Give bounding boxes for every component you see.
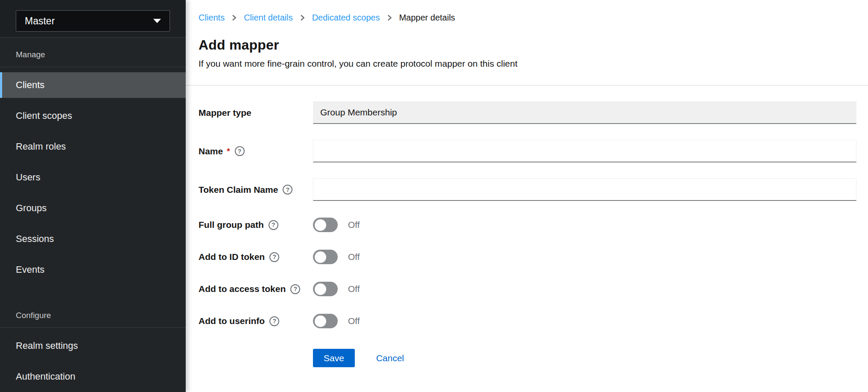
form-row-add-to-access-token: Add to access token ? Off (199, 281, 856, 297)
add-to-id-token-toggle-cell: Off (313, 250, 856, 264)
toggle-knob (315, 283, 326, 295)
name-input[interactable] (313, 140, 856, 162)
form-actions: Save Cancel (313, 349, 856, 375)
sidebar-link-groups[interactable]: Groups (0, 195, 186, 221)
sidebar-link-events[interactable]: Events (0, 257, 186, 283)
breadcrumb-link-client-details[interactable]: Client details (244, 12, 293, 23)
help-icon[interactable]: ? (269, 252, 279, 262)
full-group-path-toggle[interactable] (313, 218, 338, 232)
add-to-access-token-toggle-cell: Off (313, 282, 856, 296)
nav-section-title-configure: Configure (0, 304, 186, 328)
required-indicator: * (227, 147, 230, 156)
main-content: Clients Client details Dedicated scopes … (186, 0, 868, 392)
mapper-type-label: Mapper type (199, 108, 251, 118)
sidebar-item-clients: Clients (0, 70, 186, 100)
form-row-token-claim-name: Token Claim Name ? (199, 178, 856, 201)
form-row-mapper-type: Mapper type (199, 101, 856, 124)
sidebar-item-client-scopes: Client scopes (0, 100, 186, 131)
realm-selector-toggle[interactable]: Master (16, 10, 170, 32)
form-row-full-group-path: Full group path ? Off (199, 217, 856, 233)
full-group-path-toggle-cell: Off (313, 218, 856, 232)
app-root: Master Manage Clients Client scopes Real… (0, 0, 868, 392)
page-subtitle: If you want more fine-grain control, you… (199, 59, 856, 69)
nav-list-manage: Clients Client scopes Realm roles Users … (0, 67, 186, 285)
add-to-userinfo-toggle-cell: Off (313, 314, 856, 328)
mapper-type-input[interactable] (313, 101, 856, 124)
token-claim-name-label-cell: Token Claim Name ? (199, 185, 313, 195)
breadcrumb-link-dedicated-scopes[interactable]: Dedicated scopes (312, 12, 380, 23)
form-row-name: Name * ? (199, 140, 856, 162)
breadcrumb: Clients Client details Dedicated scopes … (199, 12, 856, 23)
add-to-id-token-label-cell: Add to ID token ? (199, 252, 313, 262)
add-mapper-form: Mapper type Name * ? Token Claim Name ? (186, 85, 868, 375)
chevron-down-icon (153, 19, 161, 23)
breadcrumb-link-clients[interactable]: Clients (199, 12, 225, 23)
cancel-button[interactable]: Cancel (376, 353, 404, 363)
name-label-cell: Name * ? (199, 146, 313, 156)
add-to-userinfo-label-cell: Add to userinfo ? (199, 316, 313, 326)
nav-list-configure: Realm settings Authentication (0, 328, 186, 392)
toggle-knob (315, 219, 326, 231)
full-group-path-label: Full group path (199, 220, 264, 230)
help-icon[interactable]: ? (235, 146, 245, 156)
full-group-path-state: Off (348, 220, 360, 230)
sidebar-item-sessions: Sessions (0, 224, 186, 254)
sidebar-link-realm-roles[interactable]: Realm roles (0, 134, 186, 159)
sidebar-link-client-scopes[interactable]: Client scopes (0, 103, 186, 129)
add-to-id-token-state: Off (348, 252, 360, 262)
breadcrumb-separator-icon (386, 14, 393, 21)
form-row-add-to-userinfo: Add to userinfo ? Off (199, 313, 856, 329)
breadcrumb-separator-icon (231, 14, 238, 21)
page-title: Add mapper (199, 37, 856, 53)
name-label: Name (199, 146, 223, 156)
form-row-add-to-id-token: Add to ID token ? Off (199, 249, 856, 265)
sidebar-item-realm-settings: Realm settings (0, 330, 186, 361)
page-header: Clients Client details Dedicated scopes … (186, 0, 868, 85)
sidebar-nav: Manage Clients Client scopes Realm roles… (0, 38, 186, 392)
breadcrumb-separator-icon (299, 14, 306, 21)
add-to-access-token-label: Add to access token (199, 284, 286, 294)
sidebar-item-realm-roles: Realm roles (0, 131, 186, 162)
sidebar-link-clients[interactable]: Clients (0, 72, 186, 98)
token-claim-name-label: Token Claim Name (199, 185, 278, 195)
sidebar-link-realm-settings[interactable]: Realm settings (0, 333, 186, 359)
full-group-path-label-cell: Full group path ? (199, 220, 313, 230)
save-button[interactable]: Save (313, 349, 355, 367)
sidebar: Master Manage Clients Client scopes Real… (0, 0, 186, 392)
add-to-userinfo-toggle[interactable] (313, 314, 338, 328)
add-to-access-token-label-cell: Add to access token ? (199, 284, 313, 294)
nav-section-configure: Configure Realm settings Authentication (0, 304, 186, 392)
help-icon[interactable]: ? (283, 185, 292, 195)
sidebar-link-users[interactable]: Users (0, 165, 186, 190)
add-to-access-token-toggle[interactable] (313, 282, 338, 296)
sidebar-item-groups: Groups (0, 193, 186, 224)
realm-selector: Master (0, 0, 186, 38)
toggle-knob (315, 315, 326, 327)
nav-section-title-manage: Manage (0, 43, 186, 67)
toggle-knob (315, 251, 326, 263)
help-icon[interactable]: ? (290, 284, 300, 294)
add-to-id-token-toggle[interactable] (313, 250, 338, 264)
help-icon[interactable]: ? (269, 220, 278, 230)
sidebar-item-users: Users (0, 162, 186, 193)
sidebar-item-authentication: Authentication (0, 361, 186, 392)
add-to-userinfo-state: Off (348, 316, 360, 326)
help-icon[interactable]: ? (269, 316, 279, 326)
sidebar-link-sessions[interactable]: Sessions (0, 226, 186, 252)
realm-selector-label: Master (25, 15, 55, 27)
mapper-type-label-cell: Mapper type (199, 108, 313, 118)
sidebar-link-authentication[interactable]: Authentication (0, 364, 186, 389)
sidebar-item-events: Events (0, 254, 186, 285)
add-to-userinfo-label: Add to userinfo (199, 316, 265, 326)
token-claim-name-input[interactable] (313, 178, 856, 201)
breadcrumb-current: Mapper details (399, 12, 455, 23)
add-to-id-token-label: Add to ID token (199, 252, 265, 262)
add-to-access-token-state: Off (348, 284, 360, 294)
nav-section-manage: Manage Clients Client scopes Realm roles… (0, 43, 186, 285)
